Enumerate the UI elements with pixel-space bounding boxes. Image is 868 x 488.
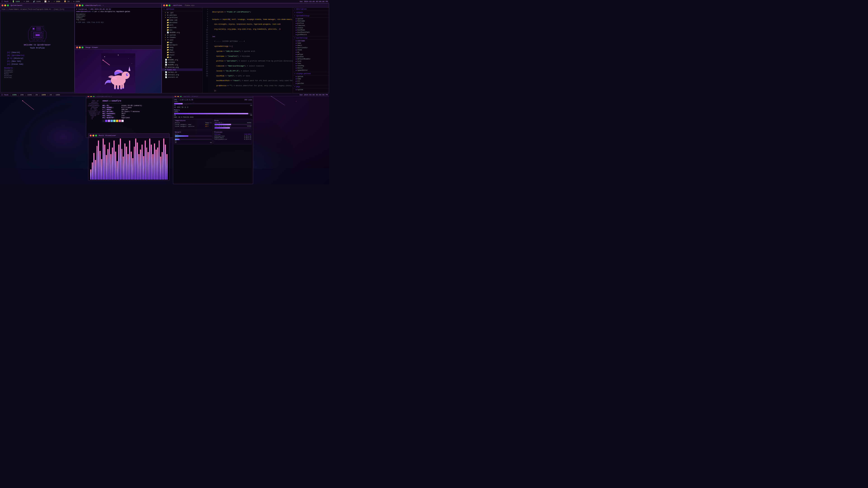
csr-term[interactable]: ◆ term [293,60,329,62]
csr-nx-name[interactable]: ◆ name [293,78,329,80]
csr-bootmode[interactable]: ◆ bootMode [293,29,329,31]
tm-close-btn[interactable] [76,4,78,6]
svg-point-19 [102,59,103,61]
csr-font[interactable]: ◆ font [293,62,329,65]
max-btn[interactable] [7,4,9,6]
sysmon-memory-header: Memory [174,109,252,111]
csr-name[interactable]: ◆ name [293,42,329,44]
qute-menu-search[interactable]: [o] [Search] [7,51,68,54]
ft-hardware[interactable]: 📁hardware [162,43,202,46]
csr-username[interactable]: ◆ username [293,40,329,42]
svg-point-8 [126,73,128,76]
csr-locale[interactable]: ◆ locale [293,27,329,29]
min-btn[interactable] [4,4,6,6]
ft-user[interactable]: ▾▼ user [162,39,202,41]
img-max-btn[interactable] [82,46,84,48]
csr-hostname[interactable]: ◆ hostname [293,20,329,22]
csr-browser[interactable]: ◆ browser [293,56,329,58]
sysmon-memory-percent: 100%| [174,111,252,113]
svg-point-6 [122,72,130,79]
ft-harden[interactable]: 📄harden.sh [162,71,202,73]
ft-work[interactable]: 📁work [162,24,202,26]
qute-menu-quickmarks[interactable]: [b] [Quickmarks] [7,54,68,57]
svg-point-4 [131,63,132,64]
ft-app[interactable]: 📁app [162,41,202,43]
viz-bar-20 [120,138,121,180]
tm-min-btn[interactable] [79,4,81,6]
ft-desktop[interactable]: 🖼desktop.png [162,66,202,68]
ft-git[interactable]: ▸▶ .git [162,11,202,14]
csr-profile[interactable]: ◆ profile [293,22,329,24]
ft-personal[interactable]: 📁personal [162,21,202,24]
qute-bookmarks-section: Bookmarks Documents Downloads Music Pict… [2,67,72,78]
ft-style[interactable]: 📁style [162,54,202,56]
csr-wmtype[interactable]: ◆ wmType [293,53,329,56]
svg-rect-15 [117,88,119,89]
ft-wm[interactable]: 📁wm [162,56,202,59]
csr-editor[interactable]: ◆ editor [293,67,329,69]
ft-themes[interactable]: ▸▶ themes [162,36,202,39]
svg-rect-10 [114,84,116,89]
code-text-area[interactable]: description = "Flake of LibrePhoenix"; o… [209,7,293,93]
csr-dotfilesdir[interactable]: ◆ dotfilesDir [293,46,329,49]
viz-close-btn[interactable] [90,135,92,136]
ft-system[interactable]: ▸▶ system [162,34,202,36]
viz-min-btn[interactable] [92,135,94,136]
viz-bar-15 [112,148,113,180]
neo-packages: MA| PACKAGES: 3577 [102,113,174,115]
statusbar-volume: 🔊 100% [33,0,41,2]
viz-max-btn[interactable] [95,135,97,136]
qute-profile-text: Tech Profile [30,47,45,49]
csr-nx-src[interactable]: ◆ src [293,80,329,82]
viz-bar-34 [142,144,143,180]
csr-fontpkg[interactable]: ◆ fontPkg [293,65,329,67]
csr-timezone[interactable]: ◆ timezone [293,24,329,27]
csr-pkgs-system[interactable]: ◆ system [293,89,329,91]
ft-pkgs[interactable]: 📁pkgs [162,48,202,51]
csr-nx-patches[interactable]: ◆ patches [293,82,329,85]
csr-bootmountpath[interactable]: ◆ bootMountPath [293,31,329,33]
csr-nx-system[interactable]: ◆ system [293,75,329,78]
qute-menu-closetab[interactable]: [x] [Close tab] [7,63,68,65]
csr-spawneditor[interactable]: ◆ spawnEditor [293,69,329,71]
code-close-btn[interactable] [163,4,165,6]
term-dir-listing: Documents/ downloads/ themes/ Top-links/ [76,13,160,21]
qute-menu-history[interactable]: [$ h] [History] [7,57,68,59]
csr-grubdevice[interactable]: ◆ grubDevice [293,33,329,36]
csr-system[interactable]: ◆ system [293,18,329,20]
viz-bar-47 [162,152,163,180]
csr-defaultroamdir[interactable]: ◆ defaultRoamDir [293,58,329,60]
qutebrowser-addressbar[interactable]: file:///home/emmet/.browser/Tech/config/… [0,7,74,11]
ft-flakenix[interactable]: ❄flake.nix [162,68,202,71]
qute-menu-newtab[interactable]: [t] [New tab] [7,60,68,62]
ft-readme-profiles[interactable]: 📄README.org [162,31,202,34]
ft-patches[interactable]: ▸▶ patches [162,14,202,16]
ft-lang[interactable]: 📁lang [162,46,202,48]
sysmon-cpu-labels: 0% 0% [174,105,252,106]
ft-shell[interactable]: 📁shell [162,51,202,54]
viz-bar-36 [145,140,146,180]
neofetch-info: emmet @ snowfire ────────────────── WE| … [102,100,174,136]
img-close-btn[interactable] [76,46,78,48]
code-min-btn[interactable] [166,4,168,6]
viz-bar-22 [123,157,124,180]
ft-homelab[interactable]: 📁home lab [162,19,202,21]
csr-wm[interactable]: ◆ wm [293,51,329,53]
csr-outputs: ▾ outputs [293,11,329,14]
ft-install-sh[interactable]: 📄install.sh [162,76,202,78]
ft-wsl[interactable]: 📁wsl [162,29,202,31]
image-window: Image Viewer [74,45,162,94]
ft-profiles[interactable]: ▾▼ profiles [162,16,202,19]
ft-readme2[interactable]: 📄README.org [162,64,202,66]
ft-install-org[interactable]: 📄install.org [162,73,202,76]
img-min-btn[interactable] [79,46,81,48]
ft-readme[interactable]: 📄README.org [162,59,202,61]
ft-license[interactable]: 📄LICENSE [162,61,202,64]
tm-max-btn[interactable] [82,4,84,6]
ft-worklab[interactable]: 📁worklab [162,26,202,29]
csr-theme[interactable]: ◆ theme [293,49,329,51]
csr-email[interactable]: ◆ email [293,44,329,46]
code-max-btn[interactable] [168,4,170,6]
neo-desktop: RI| DESKTOP: hyprland [102,117,174,119]
close-btn[interactable] [2,4,3,6]
